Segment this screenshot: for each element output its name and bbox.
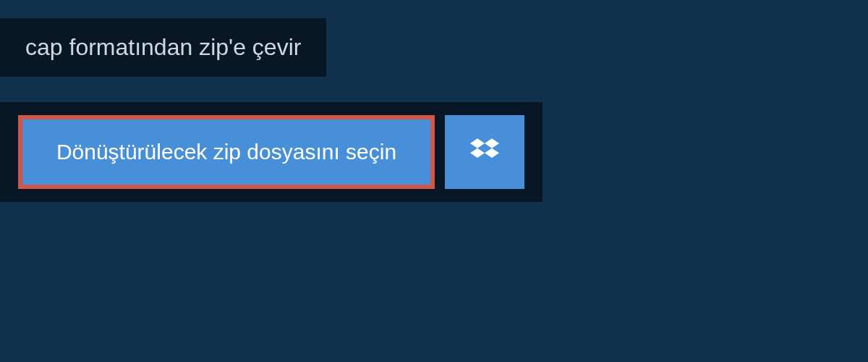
select-file-button[interactable]: Dönüştürülecek zip dosyasını seçin xyxy=(18,115,435,189)
dropbox-button[interactable] xyxy=(445,115,524,189)
page-title: cap formatından zip'e çevir xyxy=(25,34,301,61)
select-file-label: Dönüştürülecek zip dosyasını seçin xyxy=(56,140,396,164)
header-tab: cap formatından zip'e çevir xyxy=(0,18,326,77)
dropbox-icon xyxy=(470,136,499,168)
file-selection-panel: Dönüştürülecek zip dosyasını seçin xyxy=(0,102,542,202)
